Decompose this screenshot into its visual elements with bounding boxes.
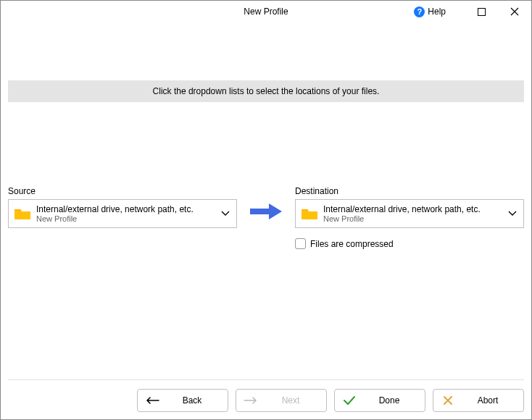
arrow-left-icon — [138, 396, 167, 405]
help-icon: ? — [414, 7, 425, 17]
svg-rect-0 — [478, 8, 485, 15]
done-button[interactable]: Done — [334, 389, 425, 412]
footer-separator — [8, 379, 524, 380]
destination-line2: New Profile — [323, 214, 506, 223]
next-label: Next — [265, 395, 326, 406]
files-compressed-checkbox[interactable] — [295, 238, 306, 249]
help-label: Help — [428, 7, 446, 17]
destination-line1: Internal/external drive, network path, e… — [323, 204, 506, 214]
cross-icon — [433, 395, 462, 406]
abort-label: Abort — [462, 395, 523, 406]
abort-button[interactable]: Abort — [433, 389, 524, 412]
window-title: New Profile — [1, 7, 531, 17]
files-compressed-label: Files are compressed — [310, 239, 394, 249]
folder-icon — [300, 206, 319, 221]
content-area: Click the dropdown lists to select the l… — [1, 80, 531, 249]
help-button[interactable]: ? Help — [410, 1, 450, 22]
back-button[interactable]: Back — [137, 389, 228, 412]
source-line2: New Profile — [36, 214, 219, 223]
close-icon — [510, 7, 519, 16]
chevron-down-icon — [219, 211, 232, 217]
chevron-down-icon — [506, 211, 519, 217]
close-button[interactable] — [498, 1, 531, 22]
check-icon — [335, 395, 364, 406]
source-dropdown[interactable]: Internal/external drive, network path, e… — [8, 199, 237, 228]
done-label: Done — [364, 395, 425, 406]
footer-buttons: Back Next Done Abort — [137, 389, 524, 412]
folder-icon — [13, 206, 32, 221]
maximize-button[interactable] — [465, 1, 498, 22]
destination-dropdown[interactable]: Internal/external drive, network path, e… — [295, 199, 524, 228]
source-line1: Internal/external drive, network path, e… — [36, 204, 219, 214]
maximize-icon — [478, 8, 486, 16]
destination-label: Destination — [295, 186, 524, 196]
titlebar: New Profile ? Help — [1, 1, 531, 22]
next-button: Next — [236, 389, 327, 412]
arrow-right-icon — [236, 396, 265, 405]
back-label: Back — [167, 395, 228, 406]
instruction-bar: Click the dropdown lists to select the l… — [8, 80, 524, 102]
arrow-icon — [244, 186, 288, 221]
source-label: Source — [8, 186, 237, 196]
